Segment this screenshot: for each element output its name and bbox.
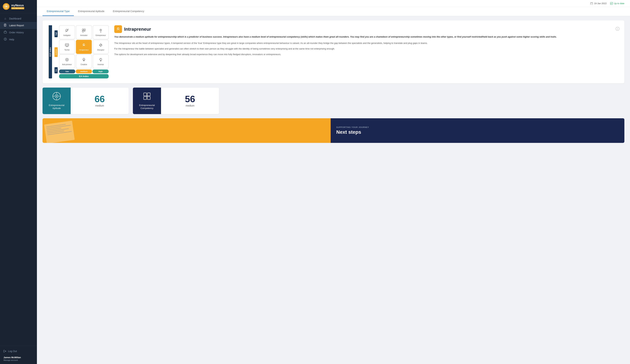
sidebar-item-latest-report[interactable]: Latest Report <box>0 22 37 29</box>
entrepreneur-icon <box>98 28 103 34</box>
competency-score: 56 <box>185 94 195 104</box>
grid-row-low: Anti-preneur <box>59 54 109 68</box>
logout-button[interactable]: Log Out <box>4 349 34 354</box>
user-name: James McMillan <box>4 356 34 359</box>
competency-label: EntrepreneurialCompetency <box>139 104 155 110</box>
sidebar: myNexus ESI REPORTS ⌂ Dashboard Latest R… <box>0 0 37 364</box>
tab-entrepreneurial-type[interactable]: Entrepreneurial Type <box>42 7 74 16</box>
logout-label: Log Out <box>8 350 17 353</box>
svg-point-1 <box>6 6 7 7</box>
home-icon: ⌂ <box>4 17 7 20</box>
svg-point-39 <box>56 96 57 97</box>
next-steps-banner: SUPPORTING YOUR JOURNEY Next steps <box>42 118 624 143</box>
grid-area-wrap: Instigator <box>59 25 109 78</box>
type-header: Intrapreneur i <box>114 25 620 33</box>
svg-rect-14 <box>590 3 593 5</box>
aptitude-icon-panel: EntrepreneurialAptitude <box>42 88 71 114</box>
sidebar-item-order-history[interactable]: Order History <box>0 29 37 36</box>
type-section: ECF Index high medium low <box>48 25 620 78</box>
next-steps-title: Next steps <box>336 129 619 135</box>
grid-cell-intrapreneur: Intrapreneur <box>76 40 92 54</box>
type-body-2: For the Intrapreneur the battle between … <box>114 47 620 51</box>
intrapreneur-label: Intrapreneur <box>79 49 88 51</box>
tabs: Entrepreneurial Type Entrepreneurial Apt… <box>37 7 630 16</box>
logo-text: myNexus ESI REPORTS <box>11 4 24 9</box>
innovator-icon <box>82 28 86 34</box>
top-bar: 19 Jan 2022 Up to date <box>37 0 630 7</box>
instigator-icon <box>65 28 69 34</box>
sidebar-item-dashboard[interactable]: ⌂ Dashboard <box>0 15 37 22</box>
creative-label: Creative <box>80 63 87 65</box>
svg-rect-42 <box>144 97 146 100</box>
ea-medium: medium <box>76 69 92 73</box>
next-steps-left <box>42 118 331 143</box>
grid-cell-techie: Techie <box>59 40 75 54</box>
type-body-1: The Intrapreneur sits at the heart of en… <box>114 41 620 45</box>
grid-cell-creative: Creative <box>76 54 92 68</box>
grid-cell-antipreneur: Anti-preneur <box>59 54 75 68</box>
sidebar-nav: ⌂ Dashboard Latest Report Order <box>0 13 37 346</box>
ea-segments: low medium high <box>59 69 109 73</box>
competency-value-panel: 56 medium <box>161 88 219 114</box>
intrapreneur-icon <box>82 43 86 48</box>
svg-rect-10 <box>4 31 6 33</box>
main-content: 19 Jan 2022 Up to date Entrepreneurial T… <box>37 0 630 364</box>
ecf-row-labels: high medium low <box>54 25 58 78</box>
techie-label: Techie <box>64 49 70 51</box>
svg-rect-22 <box>82 29 84 30</box>
aptitude-sublabel: medium <box>95 104 104 107</box>
tab-entrepreneurial-aptitude[interactable]: Entrepreneurial Aptitude <box>74 7 109 16</box>
ea-high: high <box>92 69 109 73</box>
status-badge: Up to date <box>610 2 624 5</box>
svg-rect-41 <box>147 93 150 96</box>
ecf-medium-label: medium <box>54 47 58 57</box>
disruptor-label: Disruptor <box>97 49 104 51</box>
user-info: James McMillan Manage account <box>4 356 34 361</box>
paper-line <box>46 124 66 127</box>
status-text: Up to date <box>614 2 624 5</box>
date-badge: 19 Jan 2022 <box>590 2 606 5</box>
ecf-low-label: low <box>54 67 58 73</box>
logo: myNexus ESI REPORTS <box>0 0 37 13</box>
ecf-vertical: ECF Index <box>48 25 53 78</box>
logo-icon <box>3 3 10 10</box>
ea-low: low <box>59 69 75 73</box>
paper-visual <box>44 121 75 143</box>
grid-cell-inventor: Inventor <box>93 54 109 68</box>
tab-entrepreneurial-competency[interactable]: Entrepreneurial Competency <box>109 7 148 16</box>
order-icon <box>4 31 7 34</box>
inventor-icon <box>98 57 103 63</box>
techie-icon <box>65 43 69 48</box>
svg-rect-24 <box>82 31 84 32</box>
antipreneur-label: Anti-preneur <box>62 63 72 65</box>
ecf-high-label: high <box>54 30 58 37</box>
svg-point-32 <box>100 58 102 60</box>
grid-row-medium: Techie <box>59 40 109 54</box>
disruptor-icon <box>98 43 103 48</box>
aptitude-icon <box>52 92 61 102</box>
grid-cell-instigator: Instigator <box>59 25 75 39</box>
info-button[interactable]: i <box>616 27 620 32</box>
svg-rect-40 <box>144 93 146 96</box>
grid-cell-disruptor: Disruptor <box>93 40 109 54</box>
svg-text:i: i <box>617 27 618 30</box>
svg-rect-43 <box>147 97 150 100</box>
supporting-journey-label: SUPPORTING YOUR JOURNEY <box>336 126 619 128</box>
app-name: myNexus <box>11 4 24 7</box>
aptitude-score: 66 <box>94 94 105 104</box>
latest-report-label: Latest Report <box>9 24 24 27</box>
competency-icon <box>142 92 151 102</box>
grid-cell-entrepreneur: Entrepreneur <box>93 25 109 39</box>
entrepreneur-label: Entrepreneur <box>96 34 106 36</box>
help-label: Help <box>9 38 14 41</box>
ea-index-label: EA Index <box>59 74 109 78</box>
sidebar-item-help[interactable]: ? Help <box>0 36 37 43</box>
grid-cell-innovator: Innovator <box>76 25 92 39</box>
content-area: Entrepreneurial Type Entrepreneurial Apt… <box>37 7 630 149</box>
score-cards: EntrepreneurialAptitude 66 medium <box>42 88 624 114</box>
inventor-label: Inventor <box>98 63 104 65</box>
aptitude-value-panel: 66 medium <box>71 88 129 114</box>
dashboard-label: Dashboard <box>9 17 21 20</box>
user-manage-link[interactable]: Manage account <box>4 359 34 361</box>
report-icon <box>4 24 7 27</box>
